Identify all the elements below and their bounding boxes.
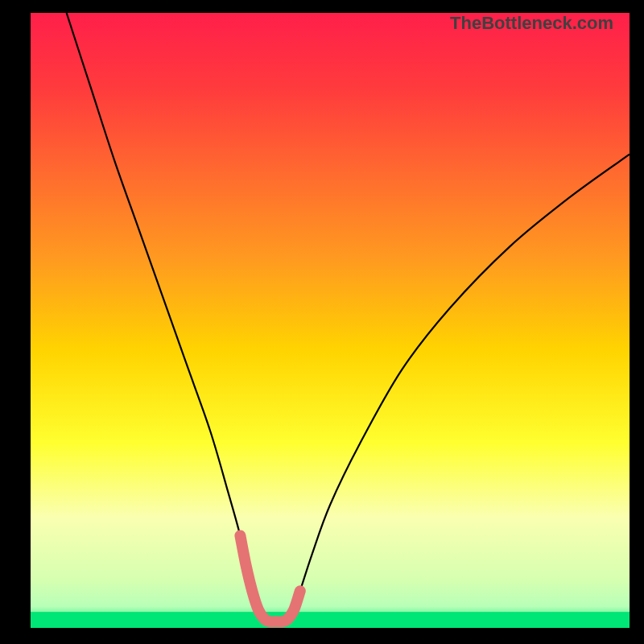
plot-area: TheBottleneck.com <box>31 13 630 628</box>
bottleneck-chart <box>31 13 630 628</box>
green-base-band <box>31 612 630 628</box>
watermark-text: TheBottleneck.com <box>450 13 613 34</box>
chart-frame: TheBottleneck.com <box>0 0 644 644</box>
gradient-background <box>31 13 630 628</box>
